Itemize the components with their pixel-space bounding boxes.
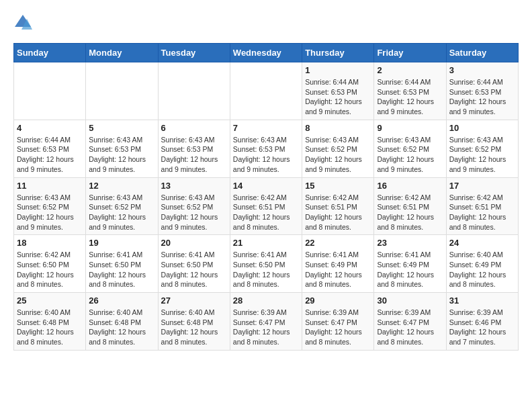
- calendar-cell: 21Sunrise: 6:41 AM Sunset: 6:50 PM Dayli…: [230, 235, 302, 293]
- day-info: Sunrise: 6:43 AM Sunset: 6:53 PM Dayligh…: [161, 135, 227, 175]
- day-number: 11: [17, 181, 83, 191]
- day-info: Sunrise: 6:44 AM Sunset: 6:53 PM Dayligh…: [377, 77, 443, 117]
- day-info: Sunrise: 6:40 AM Sunset: 6:48 PM Dayligh…: [89, 308, 154, 347]
- day-info: Sunrise: 6:41 AM Sunset: 6:50 PM Dayligh…: [89, 250, 154, 289]
- calendar-cell: 29Sunrise: 6:39 AM Sunset: 6:47 PM Dayli…: [302, 293, 374, 351]
- day-number: 17: [449, 181, 515, 191]
- day-info: Sunrise: 6:43 AM Sunset: 6:52 PM Dayligh…: [449, 135, 515, 175]
- day-info: Sunrise: 6:40 AM Sunset: 6:48 PM Dayligh…: [161, 308, 227, 347]
- day-number: 28: [233, 295, 299, 306]
- calendar-cell: 14Sunrise: 6:42 AM Sunset: 6:51 PM Dayli…: [230, 177, 302, 235]
- calendar-header-row: SundayMondayTuesdayWednesdayThursdayFrid…: [14, 44, 519, 62]
- calendar-cell: [14, 62, 86, 120]
- week-row-1: 1Sunrise: 6:44 AM Sunset: 6:53 PM Daylig…: [14, 62, 519, 120]
- calendar-cell: 6Sunrise: 6:43 AM Sunset: 6:53 PM Daylig…: [158, 120, 230, 177]
- calendar-cell: 4Sunrise: 6:44 AM Sunset: 6:53 PM Daylig…: [14, 120, 86, 177]
- calendar-cell: 22Sunrise: 6:41 AM Sunset: 6:49 PM Dayli…: [302, 235, 374, 293]
- day-info: Sunrise: 6:43 AM Sunset: 6:52 PM Dayligh…: [161, 193, 227, 232]
- calendar-cell: 11Sunrise: 6:43 AM Sunset: 6:52 PM Dayli…: [14, 177, 86, 235]
- day-info: Sunrise: 6:39 AM Sunset: 6:47 PM Dayligh…: [233, 308, 299, 347]
- day-number: 1: [305, 65, 371, 75]
- calendar-cell: 10Sunrise: 6:43 AM Sunset: 6:52 PM Dayli…: [446, 120, 518, 177]
- day-number: 8: [305, 123, 371, 133]
- day-number: 21: [233, 238, 299, 248]
- day-info: Sunrise: 6:44 AM Sunset: 6:53 PM Dayligh…: [305, 77, 371, 117]
- calendar-cell: 31Sunrise: 6:39 AM Sunset: 6:46 PM Dayli…: [446, 293, 518, 351]
- calendar-cell: 20Sunrise: 6:41 AM Sunset: 6:50 PM Dayli…: [158, 235, 230, 293]
- calendar-cell: 1Sunrise: 6:44 AM Sunset: 6:53 PM Daylig…: [302, 62, 374, 120]
- header-monday: Monday: [86, 44, 158, 62]
- day-number: 12: [89, 181, 154, 191]
- week-row-4: 18Sunrise: 6:42 AM Sunset: 6:50 PM Dayli…: [14, 235, 519, 293]
- day-info: Sunrise: 6:39 AM Sunset: 6:47 PM Dayligh…: [377, 308, 443, 347]
- logo-icon: [13, 13, 32, 32]
- calendar-cell: 28Sunrise: 6:39 AM Sunset: 6:47 PM Dayli…: [230, 293, 302, 351]
- day-info: Sunrise: 6:43 AM Sunset: 6:52 PM Dayligh…: [17, 193, 83, 232]
- day-info: Sunrise: 6:44 AM Sunset: 6:53 PM Dayligh…: [449, 77, 515, 117]
- calendar-cell: 25Sunrise: 6:40 AM Sunset: 6:48 PM Dayli…: [14, 293, 86, 351]
- calendar-cell: 15Sunrise: 6:42 AM Sunset: 6:51 PM Dayli…: [302, 177, 374, 235]
- day-info: Sunrise: 6:43 AM Sunset: 6:52 PM Dayligh…: [377, 135, 443, 175]
- calendar-cell: 17Sunrise: 6:42 AM Sunset: 6:51 PM Dayli…: [446, 177, 518, 235]
- day-number: 13: [161, 181, 227, 191]
- calendar-cell: 19Sunrise: 6:41 AM Sunset: 6:50 PM Dayli…: [86, 235, 158, 293]
- calendar-cell: 13Sunrise: 6:43 AM Sunset: 6:52 PM Dayli…: [158, 177, 230, 235]
- day-info: Sunrise: 6:44 AM Sunset: 6:53 PM Dayligh…: [17, 135, 83, 175]
- day-number: 6: [161, 123, 227, 133]
- day-info: Sunrise: 6:41 AM Sunset: 6:49 PM Dayligh…: [305, 250, 371, 289]
- header-friday: Friday: [374, 44, 446, 62]
- page-header: [13, 13, 519, 32]
- day-number: 15: [305, 181, 371, 191]
- day-number: 25: [17, 295, 83, 306]
- week-row-3: 11Sunrise: 6:43 AM Sunset: 6:52 PM Dayli…: [14, 177, 519, 235]
- header-saturday: Saturday: [446, 44, 518, 62]
- day-info: Sunrise: 6:42 AM Sunset: 6:50 PM Dayligh…: [17, 250, 83, 289]
- day-number: 10: [449, 123, 515, 133]
- day-number: 29: [305, 295, 371, 306]
- logo: [13, 13, 35, 32]
- week-row-2: 4Sunrise: 6:44 AM Sunset: 6:53 PM Daylig…: [14, 120, 519, 177]
- calendar-cell: 5Sunrise: 6:43 AM Sunset: 6:53 PM Daylig…: [86, 120, 158, 177]
- calendar-cell: [86, 62, 158, 120]
- calendar-table: SundayMondayTuesdayWednesdayThursdayFrid…: [13, 43, 519, 351]
- day-number: 31: [449, 295, 515, 306]
- header-tuesday: Tuesday: [158, 44, 230, 62]
- calendar-cell: 9Sunrise: 6:43 AM Sunset: 6:52 PM Daylig…: [374, 120, 446, 177]
- day-number: 19: [89, 238, 154, 248]
- day-number: 16: [377, 181, 443, 191]
- calendar-cell: 23Sunrise: 6:41 AM Sunset: 6:49 PM Dayli…: [374, 235, 446, 293]
- calendar-cell: [230, 62, 302, 120]
- day-number: 2: [377, 65, 443, 75]
- calendar-cell: 26Sunrise: 6:40 AM Sunset: 6:48 PM Dayli…: [86, 293, 158, 351]
- day-info: Sunrise: 6:42 AM Sunset: 6:51 PM Dayligh…: [377, 193, 443, 232]
- calendar-cell: 3Sunrise: 6:44 AM Sunset: 6:53 PM Daylig…: [446, 62, 518, 120]
- calendar-cell: 27Sunrise: 6:40 AM Sunset: 6:48 PM Dayli…: [158, 293, 230, 351]
- day-number: 30: [377, 295, 443, 306]
- day-info: Sunrise: 6:43 AM Sunset: 6:53 PM Dayligh…: [89, 135, 154, 175]
- day-number: 24: [449, 238, 515, 248]
- day-info: Sunrise: 6:39 AM Sunset: 6:47 PM Dayligh…: [305, 308, 371, 347]
- calendar-cell: 12Sunrise: 6:43 AM Sunset: 6:52 PM Dayli…: [86, 177, 158, 235]
- day-number: 20: [161, 238, 227, 248]
- day-number: 9: [377, 123, 443, 133]
- day-info: Sunrise: 6:42 AM Sunset: 6:51 PM Dayligh…: [233, 193, 299, 232]
- day-info: Sunrise: 6:43 AM Sunset: 6:52 PM Dayligh…: [305, 135, 371, 175]
- calendar-cell: [158, 62, 230, 120]
- day-info: Sunrise: 6:39 AM Sunset: 6:46 PM Dayligh…: [449, 308, 515, 347]
- day-number: 23: [377, 238, 443, 248]
- week-row-5: 25Sunrise: 6:40 AM Sunset: 6:48 PM Dayli…: [14, 293, 519, 351]
- day-number: 5: [89, 123, 154, 133]
- calendar-cell: 30Sunrise: 6:39 AM Sunset: 6:47 PM Dayli…: [374, 293, 446, 351]
- day-info: Sunrise: 6:43 AM Sunset: 6:52 PM Dayligh…: [89, 193, 154, 232]
- calendar-cell: 2Sunrise: 6:44 AM Sunset: 6:53 PM Daylig…: [374, 62, 446, 120]
- calendar-cell: 8Sunrise: 6:43 AM Sunset: 6:52 PM Daylig…: [302, 120, 374, 177]
- day-number: 4: [17, 123, 83, 133]
- header-thursday: Thursday: [302, 44, 374, 62]
- day-info: Sunrise: 6:40 AM Sunset: 6:49 PM Dayligh…: [449, 250, 515, 289]
- day-number: 7: [233, 123, 299, 133]
- day-number: 26: [89, 295, 154, 306]
- day-info: Sunrise: 6:41 AM Sunset: 6:50 PM Dayligh…: [233, 250, 299, 289]
- day-number: 14: [233, 181, 299, 191]
- day-info: Sunrise: 6:41 AM Sunset: 6:50 PM Dayligh…: [161, 250, 227, 289]
- day-info: Sunrise: 6:43 AM Sunset: 6:53 PM Dayligh…: [233, 135, 299, 175]
